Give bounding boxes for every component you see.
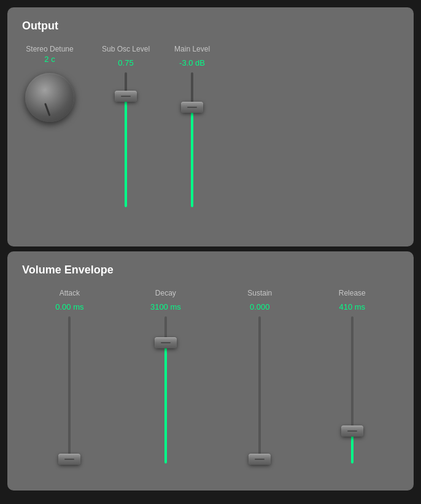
thumb-line bbox=[347, 430, 357, 432]
thumb-line bbox=[64, 459, 74, 460]
sub-osc-label: Sub Osc Level bbox=[102, 45, 150, 53]
sustain-track-bg bbox=[258, 316, 261, 464]
release-track bbox=[351, 316, 353, 464]
attack-label: Attack bbox=[60, 289, 80, 297]
sustain-thumb[interactable] bbox=[249, 454, 271, 465]
thumb-line bbox=[187, 107, 197, 108]
decay-thumb[interactable] bbox=[155, 337, 177, 348]
release-label: Release bbox=[339, 289, 366, 297]
output-title: Output bbox=[22, 20, 399, 32]
sub-osc-track bbox=[125, 72, 127, 207]
stereo-detune-knob[interactable] bbox=[22, 70, 77, 125]
thumb-line bbox=[121, 96, 131, 97]
release-group: Release 410 ms bbox=[339, 289, 366, 464]
output-panel: Output Stereo Detune 2 c Sub Osc Level 0 bbox=[7, 7, 414, 246]
sustain-value: 0.000 bbox=[250, 302, 270, 311]
attack-value: 0.00 ms bbox=[55, 302, 83, 311]
sustain-slider[interactable] bbox=[258, 316, 261, 464]
output-controls: Stereo Detune 2 c Sub Osc Level 0.75 bbox=[22, 42, 399, 207]
main-level-value: -3.0 dB bbox=[179, 58, 205, 67]
thumb-line bbox=[255, 459, 265, 460]
decay-value: 3100 ms bbox=[150, 302, 181, 311]
sub-osc-thumb[interactable] bbox=[115, 91, 137, 102]
release-thumb[interactable] bbox=[341, 426, 363, 437]
attack-track bbox=[68, 316, 71, 464]
knob-body[interactable] bbox=[25, 73, 74, 122]
sustain-label: Sustain bbox=[247, 289, 272, 297]
main-level-thumb[interactable] bbox=[181, 102, 203, 113]
stereo-detune-label: Stereo Detune bbox=[26, 45, 73, 53]
main-level-track bbox=[191, 72, 193, 207]
sustain-group: Sustain 0.000 bbox=[247, 289, 272, 464]
decay-track bbox=[164, 316, 167, 464]
sub-osc-group: Sub Osc Level 0.75 bbox=[102, 45, 150, 207]
release-value: 410 ms bbox=[339, 302, 365, 311]
main-level-track-fill bbox=[191, 106, 193, 207]
stereo-detune-value: 2 c bbox=[44, 55, 55, 64]
main-level-label: Main Level bbox=[174, 45, 210, 53]
main-level-slider[interactable] bbox=[191, 72, 193, 207]
sustain-track bbox=[258, 316, 261, 464]
attack-slider[interactable] bbox=[68, 316, 71, 464]
decay-label: Decay bbox=[155, 289, 176, 297]
main-level-group: Main Level -3.0 dB bbox=[174, 45, 210, 207]
envelope-controls: Attack 0.00 ms Decay 3100 ms bbox=[22, 286, 399, 464]
thumb-line bbox=[161, 342, 171, 343]
decay-slider[interactable] bbox=[164, 316, 167, 464]
stereo-detune-group: Stereo Detune 2 c bbox=[22, 45, 77, 125]
knob-indicator bbox=[44, 103, 50, 116]
attack-group: Attack 0.00 ms bbox=[55, 289, 83, 464]
decay-track-fill bbox=[164, 341, 167, 464]
attack-thumb[interactable] bbox=[58, 454, 80, 465]
decay-group: Decay 3100 ms bbox=[150, 289, 181, 464]
attack-track-bg bbox=[68, 316, 71, 464]
sub-osc-value: 0.75 bbox=[118, 58, 133, 67]
sub-osc-slider[interactable] bbox=[125, 72, 127, 207]
sub-osc-track-fill bbox=[125, 97, 127, 207]
envelope-title: Volume Envelope bbox=[22, 264, 399, 277]
envelope-panel: Volume Envelope Attack 0.00 ms Decay 310… bbox=[7, 251, 414, 491]
release-slider[interactable] bbox=[351, 316, 353, 464]
